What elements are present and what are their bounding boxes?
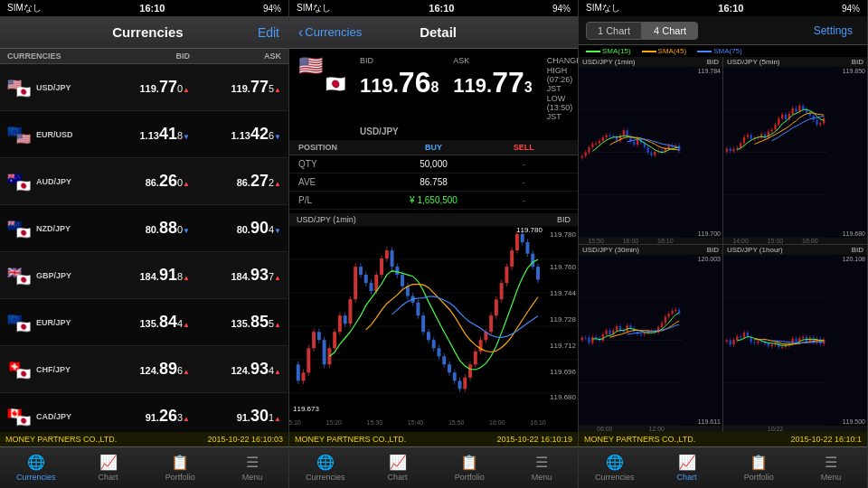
ask-dir-icon: ▲ <box>274 86 281 94</box>
nav-item-chart[interactable]: 📈 Chart <box>651 447 723 488</box>
price-low-label: 119.611 <box>684 418 721 425</box>
bid-prefix: 80. <box>146 224 159 235</box>
battery-3: 94% <box>842 4 860 14</box>
mini-price-axis: 120.003 119.611 <box>683 255 722 426</box>
pos-col1-header: POSITION <box>298 143 389 152</box>
buy-col-header: BUY <box>389 143 479 152</box>
edit-button[interactable]: Edit <box>258 25 279 40</box>
pair-info: 🇺🇸 🇯🇵 USD/JPY <box>7 79 99 97</box>
time-label: 16:00 <box>623 238 639 244</box>
time-label: 16:00 <box>802 238 818 244</box>
mini-chart-header: USD/JPY (30min) BID <box>579 245 722 255</box>
pair-name: USD/JPY <box>36 83 71 92</box>
pair-label: USD/JPY <box>360 127 579 136</box>
ask-main: 30 <box>250 407 269 426</box>
nav-item-menu[interactable]: ☰ Menu <box>795 447 867 488</box>
currency-row[interactable]: 🇨🇭 🇯🇵 CHF/JPY 124. 89 6 ▲ 124. 93 4 ▲ <box>0 346 288 393</box>
nav-label: Chart <box>99 473 118 482</box>
bid-dir-icon: ▲ <box>183 180 190 188</box>
mini-chart-header: USD/JPY (1hour) BID <box>723 245 867 255</box>
nav-item-currencies[interactable]: 🌐 Currencies <box>0 447 72 488</box>
footer-1: MONEY PARTNERS CO.,LTD. 2015-10-22 16:10… <box>0 432 288 446</box>
currencies-header: Currencies Edit <box>0 16 288 49</box>
bid-price-detail: 119. 76 8 <box>360 66 439 99</box>
currency-row[interactable]: 🇬🇧 🇯🇵 GBP/JPY 184. 91 8 ▲ 184. 93 7 ▲ <box>0 252 288 299</box>
nav-icon: 📋 <box>460 454 478 471</box>
ask-dir-icon: ▼ <box>274 133 281 141</box>
bid-main: 84 <box>159 313 177 332</box>
bid-prefix: 184. <box>140 271 159 282</box>
time-label: 16:10 <box>657 238 674 244</box>
mini-chart-2[interactable]: USD/JPY (30min) BID 120.003 119.611 06:0… <box>579 245 722 432</box>
currency-row[interactable]: 🇨🇦 🇯🇵 CAD/JPY 91. 26 3 ▲ 91. 30 1 ▲ <box>0 393 288 432</box>
currencies-list: 🇺🇸 🇯🇵 USD/JPY 119. 77 0 ▲ 119. 77 5 ▲ 🇪🇺… <box>0 64 288 432</box>
mini-chart-1[interactable]: USD/JPY (5min) BID 119.850 119.680 14:00… <box>723 57 867 244</box>
nav-item-menu[interactable]: ☰ Menu <box>216 447 288 488</box>
timestamp-3: 2015-10-22 16:10:1 <box>790 435 862 444</box>
pair-info: 🇪🇺 🇯🇵 EUR/JPY <box>7 314 99 332</box>
settings-button[interactable]: Settings <box>807 22 860 40</box>
flag-bottom-icon: 🇯🇵 <box>16 227 33 238</box>
table-header: CURRENCIES BID ASK <box>0 49 288 64</box>
footer-2: MONEY PARTNERS CO.,LTD. 2015-10-22 16:10… <box>289 432 578 446</box>
currency-row[interactable]: 🇺🇸 🇯🇵 USD/JPY 119. 77 0 ▲ 119. 77 5 ▲ <box>0 64 288 111</box>
mini-chart-0[interactable]: USD/JPY (1min) BID 119.784 119.700 15:50… <box>579 57 722 244</box>
company-1: MONEY PARTNERS CO.,LTD. <box>5 435 117 444</box>
currency-row[interactable]: 🇦🇺 🇯🇵 AUD/JPY 86. 26 0 ▲ 86. 27 2 ▲ <box>0 158 288 205</box>
nav-item-currencies[interactable]: 🌐 Currencies <box>579 447 651 488</box>
nav-icon: 🌐 <box>606 454 624 471</box>
status-bar-2: SIMなし 16:10 94% <box>289 0 578 16</box>
mini-chart-body: 119.784 119.700 <box>579 67 722 238</box>
pl-sell: - <box>478 195 569 205</box>
ask-suffix: 3 <box>524 80 533 96</box>
currency-row[interactable]: 🇪🇺 🇯🇵 EUR/JPY 135. 84 4 ▲ 135. 85 5 ▲ <box>0 299 288 346</box>
sma-line-icon <box>586 51 600 52</box>
nav-label: Menu <box>532 473 552 482</box>
ask-cell: 119. 77 5 ▲ <box>190 78 281 97</box>
ask-prefix: 135. <box>231 318 250 329</box>
back-button[interactable]: ‹ Currencies <box>298 24 362 41</box>
pair-flags: 🇺🇸 🇯🇵 <box>298 56 353 94</box>
company-3: MONEY PARTNERS CO.,LTD. <box>584 435 695 444</box>
nav-item-menu[interactable]: ☰ Menu <box>505 447 578 488</box>
price-low-label: 119.700 <box>684 230 721 237</box>
bid-dir-icon: ▲ <box>183 415 190 423</box>
flag-bottom-icon: 🇺🇸 <box>16 133 33 144</box>
nav-item-portfolio[interactable]: 📋 Portfolio <box>434 447 506 488</box>
footer-3: MONEY PARTNERS CO.,LTD. 2015-10-22 16:10… <box>579 432 867 446</box>
flag-stack: 🇺🇸 🇯🇵 <box>7 79 33 97</box>
nav-item-chart[interactable]: 📈 Chart <box>72 447 145 488</box>
currency-row[interactable]: 🇳🇿 🇯🇵 NZD/JPY 80. 88 0 ▼ 80. 90 4 ▼ <box>0 205 288 252</box>
nav-item-portfolio[interactable]: 📋 Portfolio <box>145 447 217 488</box>
mini-time-axis: 14:0015:0016:00 <box>723 238 867 244</box>
price-low-label: 119.680 <box>829 230 865 237</box>
bid-cell: 86. 26 0 ▲ <box>99 172 190 191</box>
mini-chart-3[interactable]: USD/JPY (1hour) BID 120.108 119.500 10/2… <box>723 245 867 432</box>
ask-prefix: 119. <box>231 83 250 94</box>
currency-row[interactable]: 🇪🇺 🇺🇸 EUR/USD 1.13 41 8 ▼ 1.13 42 6 ▼ <box>0 111 288 158</box>
ask-main: 93 <box>250 266 269 285</box>
ave-sell: - <box>478 177 569 187</box>
status-bar-1: SIMなし 16:10 94% <box>0 0 288 16</box>
ask-price-detail: 119. 77 3 <box>453 66 532 99</box>
chart4-toggle[interactable]: 4 Chart <box>642 22 698 40</box>
ask-prefix: 184. <box>231 271 250 282</box>
nav-label: Currencies <box>595 473 635 482</box>
nav-icon: 📋 <box>171 454 189 471</box>
bid-prefix: 119. <box>360 74 399 98</box>
nav-item-chart[interactable]: 📈 Chart <box>362 447 434 488</box>
nav-icon: 📈 <box>678 454 696 471</box>
nav-icon: ☰ <box>535 454 548 471</box>
flag-bottom-icon: 🇯🇵 <box>16 415 33 426</box>
nav-label: Currencies <box>306 473 345 482</box>
timestamp-1: 2015-10-22 16:10:03 <box>207 435 283 444</box>
nav-item-currencies[interactable]: 🌐 Currencies <box>289 447 362 488</box>
detail-chart-canvas <box>289 226 578 427</box>
flag-bottom-icon: 🇯🇵 <box>16 180 33 191</box>
mini-chart-title: USD/JPY (30min) <box>582 246 639 254</box>
price-high-label: 119.784 <box>684 68 721 74</box>
nav-item-portfolio[interactable]: 📋 Portfolio <box>723 447 796 488</box>
battery-1: 94% <box>263 4 281 14</box>
flag-stack: 🇪🇺 🇯🇵 <box>7 314 33 332</box>
chart1-toggle[interactable]: 1 Chart <box>586 22 642 40</box>
